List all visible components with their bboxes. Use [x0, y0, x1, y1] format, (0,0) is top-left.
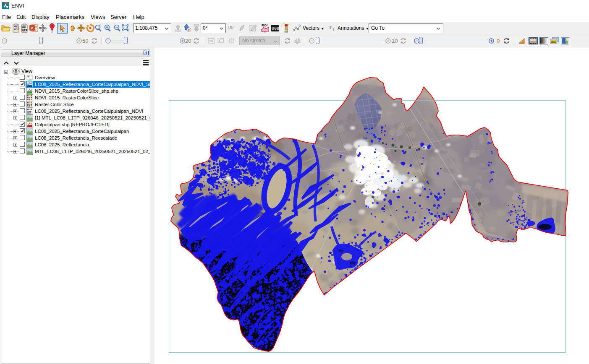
svg-text:008: 008 — [272, 26, 279, 31]
svg-text:T: T — [332, 26, 335, 32]
svg-text:ROI: ROI — [262, 23, 267, 27]
svg-text:P: P — [31, 26, 33, 30]
svg-text:NTF: NTF — [22, 29, 27, 32]
